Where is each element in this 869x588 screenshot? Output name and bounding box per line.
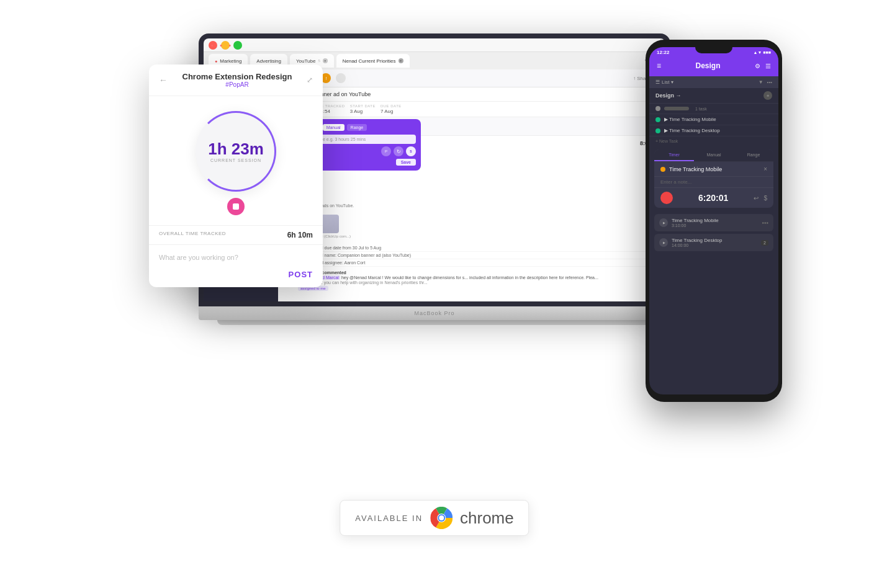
expand-button[interactable]: ⤢ (307, 76, 313, 84)
chrome-extension-panel: ← Chrome Extension Redesign #PopAR ⤢ 1h … (149, 65, 323, 287)
history-item-1[interactable]: Time Tracking Mobile 3:10:00 ••• (654, 214, 773, 231)
design-section-title: Design → (655, 92, 682, 99)
timer-option-refresh[interactable]: ↻ (394, 146, 403, 156)
menu-icon[interactable]: ≡ (657, 61, 661, 70)
more-icon[interactable]: ••• (767, 79, 772, 85)
note-placeholder: What are you working on? (159, 254, 238, 261)
phone-time: 12:22 (657, 50, 669, 55)
filter-icon[interactable]: ▼ (759, 79, 763, 85)
ext-stats: OVERALL TIME TRACKED 6h 10m (149, 225, 323, 245)
task-meta-1: 1 task (695, 107, 707, 111)
task-header: APPROVED ! ↑ Share ••• (278, 69, 665, 87)
assignee-avatar-header (336, 73, 346, 83)
phone-task-mobile[interactable]: ▶ Time Tracking Mobile (649, 114, 778, 125)
task-dot-1 (655, 106, 660, 111)
ext-title-group: Chrome Extension Redesign #PopAR (182, 72, 292, 88)
phone-timer-action-btns: ↩ $ (754, 195, 767, 202)
history-item-2[interactable]: Time Tracking Desktop 14:00:00 2 (654, 234, 773, 251)
task-dot-desktop (655, 128, 660, 133)
minimize-btn[interactable] (221, 41, 230, 50)
list-chevron: ▾ (671, 79, 673, 85)
activity-item-2: Aaron Cort changed name: Companion banne… (284, 252, 659, 259)
task-label-mobile: ▶ Time Tracking Mobile (664, 117, 716, 122)
duedate-meta: DUE DATE 7 Aug (380, 104, 402, 114)
maximize-btn[interactable] (233, 41, 242, 50)
record-button[interactable] (660, 192, 673, 204)
history-time-1: 3:10:00 (672, 223, 758, 228)
tab-nenad-close[interactable]: × (398, 58, 403, 63)
phone-tab-timer[interactable]: Timer (654, 149, 694, 161)
mobile-phone: 12:22 ▲▼ ■■■ ≡ Design ⚙ ☰ ☰ List ▾ (646, 40, 782, 402)
timer-option-p[interactable]: P (381, 146, 391, 156)
macbook-foot (217, 320, 652, 325)
phone-tab-manual[interactable]: Manual (694, 149, 734, 161)
add-task-btn[interactable]: + New Task (649, 136, 778, 146)
comment-cc: cc @Erica (if you can help with organizi… (298, 280, 598, 285)
phone-tab-range[interactable]: Range (734, 149, 773, 161)
tab-advertising-label: Advertising (256, 58, 281, 64)
comment-text: hey @Nenad Marcal hey @Nenad Marcal ! We… (298, 275, 598, 281)
phone-timer-time: 6:20:01 (698, 193, 728, 203)
timer-option-dollar[interactable]: $ (406, 146, 416, 156)
phone-active-task: Time Tracking Mobile × (654, 162, 773, 176)
timer-tab-manual[interactable]: Manual (323, 124, 344, 131)
phone-status-icons: ▲▼ ■■■ (754, 50, 772, 55)
phone-screen: 12:22 ▲▼ ■■■ ≡ Design ⚙ ☰ ☰ List ▾ (649, 47, 778, 394)
stop-button[interactable] (227, 198, 245, 215)
timer-when-options: P ↻ $ (381, 146, 416, 156)
post-button[interactable]: POST (289, 270, 313, 279)
duedate-label: DUE DATE (380, 104, 402, 108)
svg-point-3 (439, 515, 444, 520)
overall-value: 6h 10m (287, 231, 313, 239)
tab-nenad-label: Nenad Current Priorities (343, 58, 396, 64)
timer-circle-container: 1h 23m CURRENT SESSION (149, 96, 323, 225)
active-task-close[interactable]: × (763, 166, 767, 172)
phone-task-placeholder[interactable]: 1 task (649, 104, 778, 114)
tab-marketing-label: Marketing (220, 58, 241, 64)
phone-search-icon[interactable]: ☰ (765, 63, 771, 69)
timer-session-label: CURRENT SESSION (210, 158, 261, 163)
task-dot-mobile (655, 117, 660, 122)
back-button[interactable]: ← (159, 75, 168, 85)
phone-task-desktop[interactable]: ▶ Time Tracking Desktop (649, 125, 778, 136)
startdate-label: START DATE (350, 104, 376, 108)
startdate-meta: START DATE 3 Aug (350, 104, 376, 114)
phone-note-input[interactable]: Enter a note... (654, 176, 773, 187)
phone-timer-tabs: Timer Manual Range (654, 149, 773, 162)
phone-header: ≡ Design ⚙ ☰ (649, 58, 778, 76)
tab-nenad[interactable]: Nenad Current Priorities × (336, 54, 410, 68)
ext-note-area[interactable]: What are you working on? (149, 245, 323, 269)
list-label[interactable]: ☰ List ▾ (655, 79, 673, 85)
task-bar-1 (664, 107, 689, 110)
task-area: APPROVED ! ↑ Share ••• Companion banner … (278, 69, 665, 301)
history-more-1[interactable]: ••• (762, 220, 768, 226)
macbook-base (199, 306, 670, 320)
phone-app-title: Design (696, 61, 721, 70)
timer-rewind-icon[interactable]: ↩ (754, 195, 759, 202)
close-btn[interactable] (209, 41, 217, 50)
timer-save-btn[interactable]: Save (396, 159, 416, 166)
history-info-1: Time Tracking Mobile 3:10:00 (672, 218, 758, 228)
design-section-header: Design → + (649, 88, 778, 104)
phone-header-icons: ⚙ ☰ (755, 63, 771, 69)
section-collapse-btn[interactable]: + (763, 91, 772, 100)
timer-tab-range[interactable]: Range (347, 124, 367, 131)
tab-youtube-label: YouTube (296, 58, 315, 64)
phone-timer-display: 6:20:01 ↩ $ (654, 187, 773, 208)
play-icon-2[interactable] (659, 238, 668, 247)
attachment-row: image.png Good (ClickUp com...) (278, 212, 665, 241)
phone-list-header: ☰ List ▾ ▼ ••• (649, 76, 778, 88)
activity-item-3: Aaron Cort removed assignee: Aaron Cort (284, 259, 659, 267)
history-name-1: Time Tracking Mobile (672, 218, 758, 223)
chrome-badge[interactable]: AVAILABLE IN chrome (340, 500, 529, 536)
timer-dollar-icon[interactable]: $ (763, 195, 767, 202)
play-icon-1[interactable] (659, 218, 668, 227)
task-title: Companion banner ad on YouTube (284, 91, 659, 97)
phone-settings-icon[interactable]: ⚙ (755, 63, 760, 69)
timer-circle: 1h 23m CURRENT SESSION (196, 111, 276, 192)
ext-header: ← Chrome Extension Redesign #PopAR ⤢ (149, 65, 323, 96)
phone-task-list: Design → + 1 task ▶ Time Tracking Mobile… (649, 88, 778, 146)
scene: ● Marketing Advertising YouTube 5 × Nena… (93, 15, 776, 573)
task-meta: CREATED 24 Jul 9:09 TIME TRACKED 8:04:54… (278, 102, 665, 117)
tab-youtube-close[interactable]: × (323, 58, 328, 63)
